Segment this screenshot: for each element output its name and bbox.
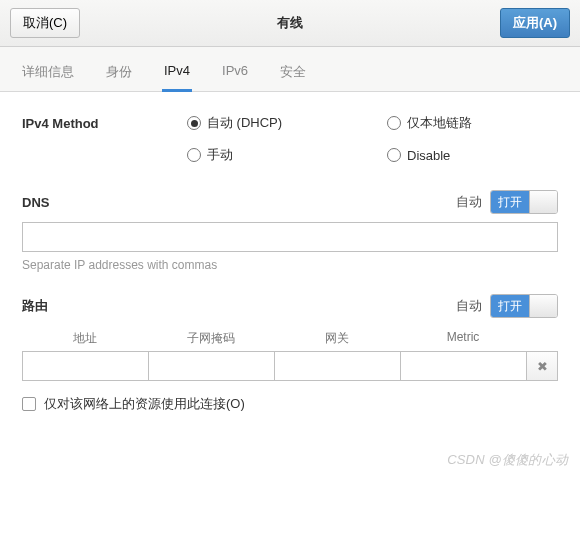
- close-icon: ✖: [537, 359, 548, 374]
- dns-section: DNS 自动 打开 Separate IP addresses with com…: [22, 190, 558, 272]
- radio-link-local[interactable]: 仅本地链路: [387, 114, 547, 132]
- radio-label: 自动 (DHCP): [207, 114, 282, 132]
- route-netmask-input[interactable]: [148, 351, 274, 381]
- toggle-on-label: 打开: [491, 295, 529, 317]
- radio-icon: [387, 116, 401, 130]
- routes-header: 路由 自动 打开: [22, 294, 558, 318]
- apply-button[interactable]: 应用(A): [500, 8, 570, 38]
- col-address: 地址: [22, 330, 148, 347]
- dns-hint: Separate IP addresses with commas: [22, 258, 558, 272]
- routes-auto-toggle-group: 自动 打开: [456, 294, 558, 318]
- table-row: ✖: [22, 351, 558, 381]
- delete-route-button[interactable]: ✖: [526, 351, 558, 381]
- radio-icon: [387, 148, 401, 162]
- radio-auto-dhcp[interactable]: 自动 (DHCP): [187, 114, 387, 132]
- radio-manual[interactable]: 手动: [187, 146, 387, 164]
- ipv4-method-label: IPv4 Method: [22, 114, 187, 131]
- tab-bar: 详细信息 身份 IPv4 IPv6 安全: [0, 47, 580, 92]
- routes-auto-label: 自动: [456, 297, 482, 315]
- only-resources-row: 仅对该网络上的资源使用此连接(O): [22, 395, 558, 413]
- col-gateway: 网关: [274, 330, 400, 347]
- tab-security[interactable]: 安全: [278, 57, 308, 91]
- tab-ipv4[interactable]: IPv4: [162, 57, 192, 92]
- radio-label: 仅本地链路: [407, 114, 472, 132]
- only-resources-checkbox[interactable]: [22, 397, 36, 411]
- toggle-handle: [529, 295, 557, 317]
- dns-header: DNS 自动 打开: [22, 190, 558, 214]
- col-metric: Metric: [400, 330, 526, 347]
- content-area: IPv4 Method 自动 (DHCP) 仅本地链路 手动 Disable D…: [0, 92, 580, 445]
- watermark: CSDN @傻傻的心动: [0, 445, 580, 479]
- route-address-input[interactable]: [22, 351, 148, 381]
- routes-auto-toggle[interactable]: 打开: [490, 294, 558, 318]
- route-metric-input[interactable]: [400, 351, 526, 381]
- dns-title: DNS: [22, 195, 49, 210]
- route-gateway-input[interactable]: [274, 351, 400, 381]
- col-actions: [526, 330, 558, 347]
- only-resources-label: 仅对该网络上的资源使用此连接(O): [44, 395, 245, 413]
- radio-label: Disable: [407, 148, 450, 163]
- radio-icon: [187, 116, 201, 130]
- cancel-button[interactable]: 取消(C): [10, 8, 80, 38]
- radio-disable[interactable]: Disable: [387, 146, 547, 164]
- dns-auto-toggle-group: 自动 打开: [456, 190, 558, 214]
- dns-auto-toggle[interactable]: 打开: [490, 190, 558, 214]
- toggle-handle: [529, 191, 557, 213]
- toggle-on-label: 打开: [491, 191, 529, 213]
- radio-icon: [187, 148, 201, 162]
- col-netmask: 子网掩码: [148, 330, 274, 347]
- dns-input[interactable]: [22, 222, 558, 252]
- routes-table: 地址 子网掩码 网关 Metric ✖: [22, 326, 558, 381]
- tab-ipv6[interactable]: IPv6: [220, 57, 250, 91]
- routes-section: 路由 自动 打开 地址 子网掩码 网关 Metric: [22, 294, 558, 413]
- ipv4-method-section: IPv4 Method 自动 (DHCP) 仅本地链路 手动 Disable: [22, 114, 558, 164]
- dialog-header: 取消(C) 有线 应用(A): [0, 0, 580, 47]
- tab-details[interactable]: 详细信息: [20, 57, 76, 91]
- routes-title: 路由: [22, 297, 48, 315]
- dialog-title: 有线: [80, 14, 500, 32]
- routes-columns: 地址 子网掩码 网关 Metric: [22, 326, 558, 351]
- ipv4-method-options: 自动 (DHCP) 仅本地链路 手动 Disable: [187, 114, 547, 164]
- tab-identity[interactable]: 身份: [104, 57, 134, 91]
- radio-label: 手动: [207, 146, 233, 164]
- dns-auto-label: 自动: [456, 193, 482, 211]
